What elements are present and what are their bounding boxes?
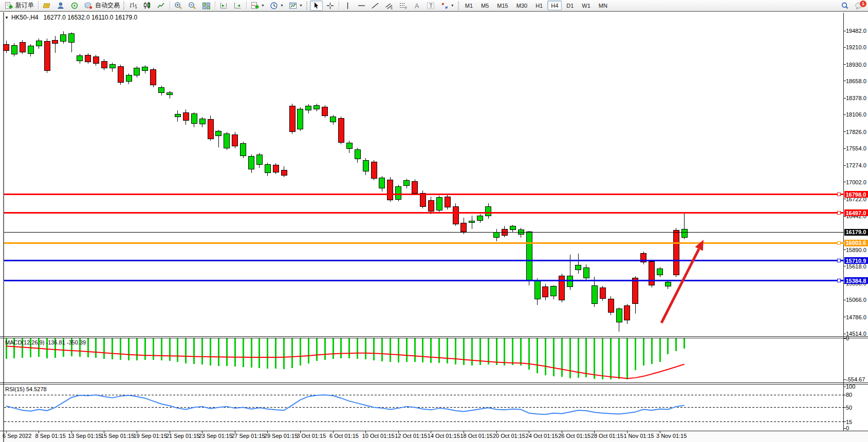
templates-button[interactable]: ▼	[287, 1, 305, 11]
candle-body	[355, 150, 360, 159]
arrows-icon	[440, 2, 449, 10]
timeframe-w1-button[interactable]: W1	[578, 1, 594, 10]
candle-body	[657, 268, 663, 275]
line-chart-button[interactable]	[155, 1, 168, 11]
candle-body	[134, 68, 140, 75]
svg-text:F: F	[405, 6, 407, 10]
timeframe-m30-button[interactable]: M30	[513, 1, 531, 10]
candle-body	[461, 223, 467, 232]
chart-window: 19482.019210.018930.018658.018378.018106…	[0, 11, 868, 442]
line-chart-icon	[157, 2, 165, 10]
date-tick-label: 3 Oct 01:15	[297, 433, 326, 439]
equidistant-channel-tool-button[interactable]: E	[383, 1, 396, 11]
zoom-in-button[interactable]	[172, 1, 185, 11]
line-handle[interactable]	[837, 193, 840, 196]
line-handle[interactable]	[837, 212, 840, 215]
arrows-tool-button[interactable]: ▼	[438, 1, 456, 11]
new-order-icon	[5, 2, 13, 10]
line-handle[interactable]	[837, 241, 840, 244]
new-order-button[interactable]: 新订单	[3, 1, 36, 11]
candle-body	[428, 200, 434, 211]
price-tick-label: 17826.0	[846, 129, 866, 135]
text-tool-button[interactable]: A	[411, 1, 423, 11]
candlestick-chart-button[interactable]	[141, 1, 154, 11]
notifications-button[interactable]: 1	[853, 1, 865, 11]
text-label-tool-button[interactable]: T	[424, 1, 437, 11]
auto-scroll-button[interactable]	[231, 1, 244, 11]
candle-body	[151, 69, 156, 85]
candle-body	[486, 206, 491, 216]
candle-body	[330, 117, 336, 122]
svg-text:T: T	[429, 3, 432, 9]
horizontal-line-tool-button[interactable]	[355, 1, 368, 11]
date-tick-label: 3 Nov 01:15	[656, 433, 687, 439]
indicators-list-button[interactable]: ▼	[249, 1, 267, 11]
cursor-tool-button[interactable]	[310, 1, 323, 11]
date-tick-label: 14 Oct 01:15	[428, 433, 460, 439]
price-tick-label: 18378.0	[846, 95, 866, 101]
candle-body	[445, 197, 450, 207]
candle-body	[624, 306, 630, 320]
price-tick-label: 19210.0	[846, 44, 866, 50]
profiles-button[interactable]	[41, 1, 53, 11]
date-tick-label: 24 Oct 01:15	[526, 433, 558, 439]
candle-body	[232, 134, 238, 146]
indicators-icon	[251, 2, 260, 10]
date-tick-label: 28 Oct 01:15	[591, 433, 623, 439]
rsi-indicator-label: RSI(15) 54.5278	[5, 386, 47, 392]
candle-body	[289, 106, 295, 131]
candle-body	[175, 114, 180, 117]
search-button[interactable]	[839, 1, 852, 11]
candle-body	[576, 265, 581, 270]
date-tick-label: 26 Oct 01:15	[558, 433, 590, 439]
dropdown-caret-icon[interactable]: ▼	[299, 4, 303, 7]
candle-body	[494, 232, 500, 238]
vertical-line-tool-button[interactable]	[341, 1, 354, 11]
autotrading-button[interactable]: 自动交易	[82, 1, 122, 11]
candle-body	[298, 109, 303, 129]
date-tick-label: 13 Sep 01:15	[68, 433, 101, 439]
line-handle[interactable]	[837, 259, 840, 262]
candle-body	[616, 309, 622, 322]
candle-body	[191, 114, 197, 124]
dropdown-caret-icon[interactable]: ▼	[451, 4, 454, 7]
candle-body	[249, 157, 254, 169]
application-window: 新订单自动交易▼▼▼EFAT▼M1M5M15M30H1H4D1W1MN1 194…	[0, 0, 868, 442]
fibonacci-tool-button[interactable]: F	[397, 1, 410, 11]
svg-text:E: E	[391, 6, 393, 10]
candle-body	[387, 180, 393, 200]
candle-body	[412, 182, 418, 194]
date-tick-label: 19 Sep 01:15	[133, 433, 167, 439]
signals-button[interactable]	[68, 1, 81, 11]
data-window-button[interactable]	[54, 1, 67, 11]
chart-shift-button[interactable]	[217, 1, 230, 11]
bar-chart-icon	[129, 2, 138, 10]
timeframe-h4-button[interactable]: H4	[547, 1, 562, 10]
chart-menu-arrow-icon[interactable]: ▼	[5, 15, 9, 20]
search-icon	[841, 2, 849, 10]
timeframe-m5-button[interactable]: M5	[477, 1, 492, 10]
zoom-out-button[interactable]	[186, 1, 199, 11]
candle-body	[681, 229, 687, 238]
candle-body	[273, 165, 279, 172]
timeframe-mn-button[interactable]: MN	[595, 1, 611, 10]
bar-chart-button[interactable]	[127, 1, 140, 11]
timeframe-h1-button[interactable]: H1	[532, 1, 546, 10]
candle-body	[199, 119, 205, 124]
timeframe-m1-button[interactable]: M1	[461, 1, 476, 10]
trendline-icon	[371, 2, 380, 10]
dropdown-caret-icon[interactable]: ▼	[280, 4, 284, 7]
candle-body	[61, 34, 66, 41]
timeframe-d1-button[interactable]: D1	[563, 1, 577, 10]
candle-body	[159, 88, 164, 93]
periods-button[interactable]: ▼	[268, 1, 286, 11]
dropdown-caret-icon[interactable]: ▼	[261, 4, 265, 7]
templates-icon	[289, 2, 298, 10]
crosshair-tool-button[interactable]	[324, 1, 337, 11]
timeframe-m15-button[interactable]: M15	[493, 1, 511, 10]
trendline-tool-button[interactable]	[369, 1, 382, 11]
hline-icon	[357, 2, 366, 10]
tile-windows-button[interactable]	[200, 1, 213, 11]
line-handle[interactable]	[837, 279, 840, 282]
chart-symbol-period: HK50-,H4	[11, 14, 39, 21]
